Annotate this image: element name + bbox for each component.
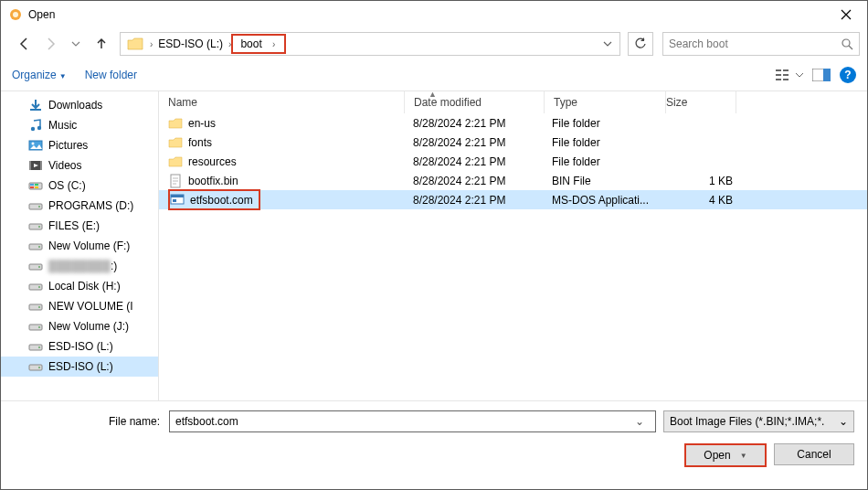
breadcrumb-label: boot xyxy=(240,37,261,50)
file-row[interactable]: fonts8/28/2024 2:21 PMFile folder xyxy=(159,133,867,152)
cell-type: File folder xyxy=(543,155,663,168)
tree-item-label: Videos xyxy=(48,159,81,172)
app-icon xyxy=(8,7,23,22)
column-date[interactable]: Date modified xyxy=(405,91,545,113)
cell-date: 8/28/2024 2:21 PM xyxy=(404,117,543,130)
titlebar: Open xyxy=(1,1,867,28)
svg-point-1 xyxy=(13,12,18,17)
cell-name: resources xyxy=(159,154,404,169)
cell-type: BIN File xyxy=(543,175,663,187)
file-row[interactable]: etfsboot.com8/28/2024 2:21 PMMS-DOS Appl… xyxy=(159,190,867,209)
cell-name: en-us xyxy=(159,116,404,131)
cell-type: File folder xyxy=(543,117,663,130)
svg-point-29 xyxy=(38,246,40,248)
filename-dropdown[interactable]: ⌄ xyxy=(630,415,650,428)
tree-item[interactable]: ESD-ISO (L:) xyxy=(1,336,158,357)
svg-rect-44 xyxy=(171,195,184,197)
svg-rect-10 xyxy=(823,69,831,81)
recent-dropdown[interactable] xyxy=(65,33,87,55)
cell-date: 8/28/2024 2:21 PM xyxy=(404,155,543,168)
file-row[interactable]: bootfix.bin8/28/2024 2:21 PMBIN File1 KB xyxy=(159,171,867,190)
up-button[interactable] xyxy=(90,33,112,55)
breadcrumb-seg-boot[interactable]: boot › xyxy=(231,34,286,54)
tree-item[interactable]: Local Disk (H:) xyxy=(1,276,158,296)
preview-pane-button[interactable] xyxy=(812,69,831,81)
tree-item[interactable]: PROGRAMS (D:) xyxy=(1,196,158,216)
open-button-label: Open xyxy=(704,449,730,462)
tree-item[interactable]: ████████:) xyxy=(1,256,158,276)
tree-item-label: New Volume (J:) xyxy=(48,320,129,333)
tree-item[interactable]: Downloads xyxy=(1,95,158,115)
close-button[interactable] xyxy=(825,1,867,28)
tree-item-label: OS (C:) xyxy=(48,179,86,192)
filename-label: File name: xyxy=(14,415,162,428)
new-folder-button[interactable]: New folder xyxy=(85,69,137,81)
svg-rect-20 xyxy=(30,184,34,186)
address-bar[interactable]: › ESD-ISO (L:) › boot › xyxy=(120,32,620,56)
tree-item[interactable]: OS (C:) xyxy=(1,176,158,196)
tree-item[interactable]: NEW VOLUME (I xyxy=(1,296,158,316)
svg-rect-45 xyxy=(173,199,176,202)
column-size[interactable]: Size xyxy=(666,91,736,113)
cancel-button[interactable]: Cancel xyxy=(774,443,854,465)
chevron-right-icon: › xyxy=(270,39,277,49)
svg-rect-23 xyxy=(35,186,38,188)
cell-date: 8/28/2024 2:21 PM xyxy=(404,136,543,149)
breadcrumb-seg-drive[interactable]: ESD-ISO (L:) xyxy=(154,34,227,54)
file-name: bootfix.bin xyxy=(188,175,238,187)
file-name: etfsboot.com xyxy=(190,194,253,207)
svg-rect-7 xyxy=(783,74,789,76)
navigation-tree[interactable]: DownloadsMusicPicturesVideosOS (C:)PROGR… xyxy=(1,91,159,400)
svg-rect-17 xyxy=(29,161,31,170)
tree-item-label: PROGRAMS (D:) xyxy=(48,199,133,212)
tree-item[interactable]: Music xyxy=(1,115,158,135)
svg-point-41 xyxy=(38,367,40,368)
svg-rect-6 xyxy=(783,69,789,71)
refresh-button[interactable] xyxy=(628,32,653,56)
file-name: fonts xyxy=(188,136,212,149)
svg-point-37 xyxy=(38,326,40,328)
svg-point-27 xyxy=(38,226,40,228)
column-headers[interactable]: ▲ Name Date modified Type Size xyxy=(159,91,867,113)
tree-item[interactable]: New Volume (J:) xyxy=(1,316,158,336)
tree-item[interactable]: New Volume (F:) xyxy=(1,236,158,256)
tree-item[interactable]: ESD-ISO (L:) xyxy=(1,357,158,377)
organize-menu[interactable]: Organize▼ xyxy=(12,69,67,81)
file-row[interactable]: en-us8/28/2024 2:21 PMFile folder xyxy=(159,113,867,133)
file-list: ▲ Name Date modified Type Size en-us8/28… xyxy=(159,91,867,400)
back-button[interactable] xyxy=(14,33,36,55)
svg-point-13 xyxy=(37,126,41,130)
filename-input[interactable]: etfsboot.com ⌄ xyxy=(169,410,656,432)
open-dialog-window: Open › ESD-ISO (L:) › boot › Search b xyxy=(0,0,868,490)
tree-item-label: Downloads xyxy=(48,99,102,112)
cell-name: bootfix.bin xyxy=(159,174,404,188)
svg-point-12 xyxy=(31,127,35,131)
forward-button[interactable] xyxy=(39,33,61,55)
column-name[interactable]: Name xyxy=(159,91,405,113)
tree-item[interactable]: FILES (E:) xyxy=(1,216,158,236)
view-options-button[interactable] xyxy=(776,69,803,81)
toolbar: Organize▼ New folder ? xyxy=(1,59,867,91)
address-dropdown[interactable] xyxy=(598,39,618,48)
help-button[interactable]: ? xyxy=(840,67,856,83)
file-row[interactable]: resources8/28/2024 2:21 PMFile folder xyxy=(159,152,867,171)
svg-point-31 xyxy=(38,266,40,268)
tree-item-label: Pictures xyxy=(48,139,88,152)
tree-item-label: ESD-ISO (L:) xyxy=(48,360,113,373)
chevron-right-icon[interactable]: › xyxy=(148,39,154,49)
tree-item[interactable]: Pictures xyxy=(1,135,158,155)
chevron-down-icon: ⌄ xyxy=(839,415,848,428)
open-button[interactable]: Open ▼ xyxy=(684,443,767,467)
cell-name: fonts xyxy=(159,135,404,150)
cell-type: MS-DOS Applicati... xyxy=(543,194,663,207)
cell-size: 1 KB xyxy=(663,175,742,187)
search-input[interactable]: Search boot xyxy=(662,32,860,56)
svg-rect-3 xyxy=(776,69,781,71)
sort-indicator-icon: ▲ xyxy=(429,91,437,99)
cell-size: 4 KB xyxy=(663,194,742,207)
filetype-select[interactable]: Boot Image Files (*.BIN;*.IMA;*. ⌄ xyxy=(663,410,854,432)
split-arrow-icon: ▼ xyxy=(740,452,747,460)
tree-item-label: Local Disk (H:) xyxy=(48,280,121,293)
tree-item[interactable]: Videos xyxy=(1,155,158,176)
column-type[interactable]: Type xyxy=(545,91,666,113)
